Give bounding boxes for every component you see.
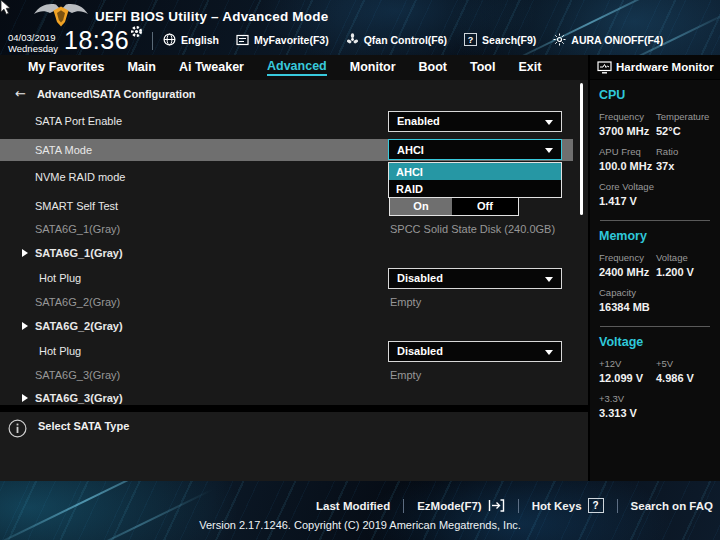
- row-sata6g1-status: SATA6G_1(Gray) SPCC Solid State Disk (24…: [0, 221, 588, 237]
- breadcrumb[interactable]: ← Advanced\SATA Configuration: [15, 86, 196, 101]
- divider: [152, 32, 153, 50]
- search-button[interactable]: ? Search(F9): [464, 33, 536, 46]
- tab-monitor[interactable]: Monitor: [350, 60, 396, 75]
- v33-value: 3.313 V: [599, 407, 711, 419]
- tab-my-favorites[interactable]: My Favorites: [28, 60, 104, 75]
- help-panel: Select SATA Type: [0, 412, 588, 481]
- memory-frequency-label: Frequency: [599, 252, 656, 263]
- language-button[interactable]: English: [163, 33, 219, 46]
- row-sata6g3-submenu[interactable]: SATA6G_3(Gray): [0, 390, 588, 406]
- memory-voltage-value: 1.200 V: [656, 266, 711, 278]
- setting-label: SATA Port Enable: [35, 115, 122, 127]
- submenu-label: SATA6G_1(Gray): [35, 247, 123, 259]
- panel-divider: [0, 405, 588, 412]
- setting-label: SATA6G_1(Gray): [35, 223, 120, 235]
- option-ahci[interactable]: AHCI: [389, 163, 561, 180]
- hot-plug-1-dropdown[interactable]: Disabled: [388, 268, 562, 289]
- section-divider: [600, 220, 710, 221]
- hot-keys-button[interactable]: Hot Keys ?: [532, 498, 604, 513]
- row-smart-self-test: SMART Self Test On Off: [0, 197, 588, 215]
- smart-self-test-toggle[interactable]: On Off: [389, 197, 519, 216]
- hardware-monitor-title: Hardware Monitor: [616, 61, 714, 73]
- option-raid[interactable]: RAID: [389, 180, 561, 197]
- row-sata-port-enable: SATA Port Enable Enabled: [0, 108, 588, 134]
- row-hot-plug-1: Hot Plug Disabled: [0, 266, 588, 290]
- sata-mode-dropdown[interactable]: AHCI: [388, 139, 562, 160]
- back-arrow-icon[interactable]: ←: [15, 86, 26, 101]
- app-title: UEFI BIOS Utility – Advanced Mode: [95, 9, 328, 24]
- dropdown-value: Disabled: [397, 345, 443, 357]
- memory-voltage-label: Voltage: [656, 252, 711, 263]
- apu-freq-value: 100.0 MHz: [599, 160, 656, 172]
- chevron-down-icon: [545, 277, 553, 282]
- search-on-faq-button[interactable]: Search on FAQ: [631, 500, 713, 512]
- tuf-logo-icon: [32, 1, 90, 28]
- row-sata-mode[interactable]: SATA Mode AHCI: [0, 139, 573, 161]
- chevron-down-icon: [545, 350, 553, 355]
- toggle-off-segment[interactable]: Off: [452, 198, 518, 215]
- weekday-value: Wednesday: [8, 43, 58, 54]
- bios-screen: UEFI BIOS Utility – Advanced Mode 04/03/…: [0, 0, 720, 540]
- v33-label: +3.3V: [599, 393, 711, 404]
- aura-label: AURA ON/OFF(F4): [571, 34, 663, 46]
- help-text: Select SATA Type: [38, 420, 129, 432]
- aura-button[interactable]: AURA ON/OFF(F4): [553, 33, 663, 46]
- voltage-section-title: Voltage: [599, 335, 711, 349]
- mouse-cursor: [0, 0, 14, 16]
- question-box-icon: ?: [464, 33, 477, 46]
- tab-advanced[interactable]: Advanced: [267, 59, 327, 76]
- cpu-temperature-value: 52°C: [656, 125, 711, 137]
- v12-label: +12V: [599, 358, 656, 369]
- search-faq-label: Search on FAQ: [631, 500, 713, 512]
- cpu-freq-temp-row: Frequency 3700 MHz Temperature 52°C: [599, 111, 711, 137]
- last-modified-button[interactable]: Last Modified: [316, 500, 390, 512]
- device-value: Empty: [390, 296, 421, 308]
- row-sata6g2-status: SATA6G_2(Gray) Empty: [0, 294, 588, 310]
- breadcrumb-label: Advanced\SATA Configuration: [37, 88, 196, 100]
- myfavorite-label: MyFavorite(F3): [254, 34, 329, 46]
- tab-ai-tweaker[interactable]: Ai Tweaker: [179, 60, 244, 75]
- led-icon: [553, 33, 566, 46]
- chevron-down-icon: [545, 148, 553, 153]
- toggle-on-segment[interactable]: On: [390, 198, 452, 215]
- row-hot-plug-2: Hot Plug Disabled: [0, 339, 588, 363]
- top-bar-row: 04/03/2019 Wednesday 18:36 English: [8, 27, 680, 54]
- footer-divider: [518, 499, 519, 513]
- background-streak: [68, 489, 213, 540]
- top-bar: UEFI BIOS Utility – Advanced Mode 04/03/…: [0, 0, 720, 55]
- device-value: Empty: [390, 369, 421, 381]
- myfavorite-button[interactable]: MyFavorite(F3): [236, 34, 329, 46]
- clock[interactable]: 18:36: [64, 27, 129, 53]
- hot-keys-label: Hot Keys: [532, 500, 582, 512]
- date-block[interactable]: 04/03/2019 Wednesday: [8, 32, 58, 54]
- ratio-label: Ratio: [656, 146, 711, 157]
- tab-main[interactable]: Main: [127, 60, 155, 75]
- row-sata6g2-submenu[interactable]: SATA6G_2(Gray): [0, 318, 588, 334]
- tab-exit[interactable]: Exit: [518, 60, 541, 75]
- v5-label: +5V: [656, 358, 711, 369]
- qfan-control-button[interactable]: Qfan Control(F6): [346, 33, 447, 46]
- settings-panel: ← Advanced\SATA Configuration SATA Port …: [0, 80, 588, 481]
- ezmode-label: EzMode(F7): [417, 500, 482, 512]
- tab-tool[interactable]: Tool: [470, 60, 495, 75]
- apu-freq-label: APU Freq: [599, 146, 656, 157]
- ezmode-button[interactable]: EzMode(F7): [417, 499, 505, 512]
- exit-to-ezmode-icon: [488, 499, 505, 512]
- globe-icon: [163, 33, 176, 46]
- main-menu-bar: My Favorites Main Ai Tweaker Advanced Mo…: [0, 55, 588, 80]
- tab-boot[interactable]: Boot: [419, 60, 447, 75]
- voltage-3v3-row: +3.3V 3.313 V: [599, 393, 711, 419]
- scrollbar[interactable]: [580, 83, 583, 215]
- sata-port-enable-dropdown[interactable]: Enabled: [388, 111, 562, 132]
- monitor-icon: [597, 61, 612, 74]
- submenu-label: SATA6G_2(Gray): [35, 320, 123, 332]
- row-sata6g1-submenu[interactable]: SATA6G_1(Gray): [0, 245, 588, 261]
- hot-plug-2-dropdown[interactable]: Disabled: [388, 341, 562, 362]
- gear-icon[interactable]: [130, 25, 143, 38]
- info-icon: [8, 419, 27, 438]
- fan-icon: [346, 33, 359, 46]
- submenu-arrow-icon: [22, 322, 28, 330]
- voltage-12v-5v-row: +12V 12.099 V +5V 4.986 V: [599, 358, 711, 384]
- setting-label: NVMe RAID mode: [35, 171, 125, 183]
- memory-capacity-row: Capacity 16384 MB: [599, 287, 711, 313]
